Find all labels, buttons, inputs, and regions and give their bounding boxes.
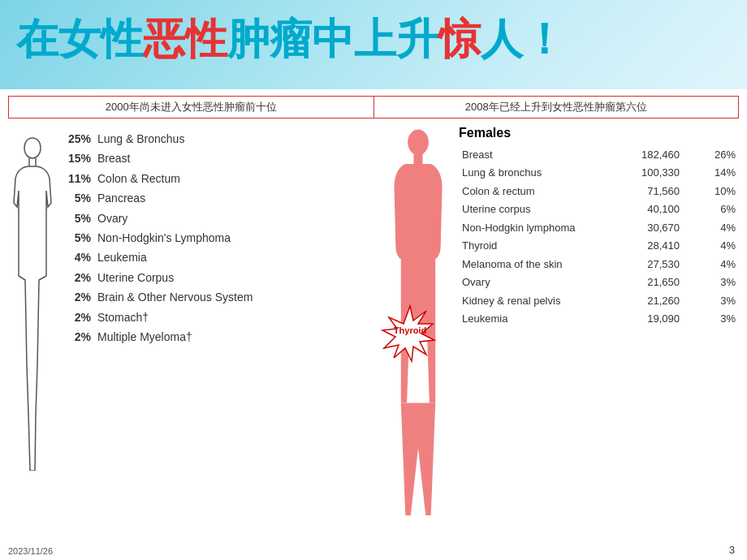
cancer-number: 19,090 [613, 310, 683, 329]
cancer-name: Melanoma of the skin [459, 255, 613, 274]
cancer-number: 71,560 [613, 182, 683, 200]
cancer-number: 27,530 [613, 255, 683, 274]
stat-label: Breast [97, 149, 130, 167]
stat-label: Pancreas [97, 189, 145, 207]
cancer-number: 40,100 [613, 200, 683, 219]
cancer-number: 28,410 [613, 237, 683, 256]
table-row: Lung & bronchus 100,330 14% [459, 164, 739, 183]
table-row: Melanoma of the skin 27,530 4% [459, 255, 739, 274]
cancer-pct: 3% [683, 291, 739, 310]
subheader-right: 2008年已经上升到女性恶性肿瘤第六位 [374, 96, 740, 118]
cancer-pct: 10% [683, 182, 739, 200]
body-outline-svg [11, 130, 55, 471]
title-area: 在女性恶性肿瘤中上升惊人！ [16, 16, 565, 62]
cancer-name: Kidney & renal pelvis [459, 291, 613, 310]
cancer-pct: 4% [683, 255, 739, 274]
table-row: Breast 182,460 26% [459, 145, 739, 164]
cancer-pct: 3% [683, 310, 739, 329]
stat-pct: 11% [61, 170, 97, 187]
cancer-pct: 6% [683, 200, 739, 219]
stat-pct: 2% [61, 269, 97, 286]
right-table-area: Females Breast 182,460 26% Lung & bronch… [451, 126, 739, 544]
list-item: 5% Pancreas [61, 189, 382, 207]
cancer-number: 182,460 [613, 145, 683, 164]
stat-pct: 2% [61, 308, 97, 326]
cancer-number: 100,330 [613, 164, 683, 183]
cancer-pct: 14% [683, 164, 739, 183]
list-item: 2% Stomach† [61, 308, 382, 326]
list-item: 2% Multiple Myeloma† [61, 328, 382, 346]
table-row: Thyroid 28,410 4% [459, 237, 739, 256]
cancer-name: Uterine corpus [459, 200, 613, 219]
starburst-container: Thyroid [369, 304, 451, 381]
stat-label: Stomach† [97, 308, 149, 326]
starburst-label: Thyroid [394, 325, 426, 335]
stat-pct: 5% [61, 229, 97, 247]
list-item: 25% Lung & Bronchus [61, 130, 382, 148]
cancer-number: 21,650 [613, 274, 683, 292]
table-row: Leukemia 19,090 3% [459, 310, 739, 329]
left-stats-list: 25% Lung & Bronchus 15% Breast 11% Colon… [57, 130, 382, 347]
table-row: Uterine corpus 40,100 6% [459, 200, 739, 219]
list-item: 4% Leukemia [61, 248, 382, 266]
cancer-table: Breast 182,460 26% Lung & bronchus 100,3… [459, 145, 739, 328]
list-item: 11% Colon & Rectum [61, 170, 382, 187]
cancer-pct: 4% [683, 237, 739, 256]
cancer-name: Thyroid [459, 237, 613, 256]
cancer-number: 21,260 [613, 291, 683, 310]
stat-label: Uterine Corpus [97, 269, 174, 286]
footer-date: 2023/11/26 [8, 546, 53, 556]
cancer-name: Breast [459, 145, 613, 164]
right-body-silhouette: Thyroid [386, 126, 451, 544]
right-panel: Thyroid Females Breast 182,460 26% Lung … [382, 126, 739, 544]
stat-pct: 2% [61, 328, 97, 346]
cancer-pct: 26% [683, 145, 739, 164]
page-number: 3 [729, 544, 735, 556]
stat-pct: 25% [61, 130, 97, 148]
list-item: 5% Ovary [61, 209, 382, 227]
stat-pct: 2% [61, 288, 97, 306]
cancer-pct: 4% [683, 218, 739, 237]
stat-label: Brain & Other Nervous System [97, 288, 253, 306]
subheader-row: 2000年尚未进入女性恶性肿瘤前十位 2008年已经上升到女性恶性肿瘤第六位 [8, 96, 739, 118]
stat-label: Leukemia [97, 248, 147, 266]
cancer-name: Leukemia [459, 310, 613, 329]
cancer-name: Ovary [459, 274, 613, 292]
stat-pct: 4% [61, 248, 97, 266]
list-item: 2% Brain & Other Nervous System [61, 288, 382, 306]
table-row: Non-Hodgkin lymphoma 30,670 4% [459, 218, 739, 237]
stat-pct: 15% [61, 149, 97, 167]
stat-label: Lung & Bronchus [97, 130, 184, 148]
stat-label: Ovary [97, 209, 127, 227]
stat-label: Non-Hodgkin's Lymphoma [97, 229, 231, 247]
subheader-left: 2000年尚未进入女性恶性肿瘤前十位 [8, 96, 374, 118]
stat-pct: 5% [61, 209, 97, 227]
females-title: Females [459, 126, 739, 140]
svg-point-0 [408, 130, 429, 155]
list-item: 15% Breast [61, 149, 382, 167]
svg-rect-1 [413, 153, 422, 164]
title-highlight-evil: 恶性 [143, 15, 227, 62]
page-title: 在女性恶性肿瘤中上升惊人！ [16, 16, 565, 62]
cancer-pct: 3% [683, 274, 739, 292]
table-row: Kidney & renal pelvis 21,260 3% [459, 291, 739, 310]
list-item: 5% Non-Hodgkin's Lymphoma [61, 229, 382, 247]
starburst-svg: Thyroid [369, 304, 451, 377]
title-highlight-shock: 惊 [438, 15, 481, 62]
table-row: Colon & rectum 71,560 10% [459, 182, 739, 200]
stat-pct: 5% [61, 189, 97, 207]
cancer-name: Lung & bronchus [459, 164, 613, 183]
left-panel: 25% Lung & Bronchus 15% Breast 11% Colon… [8, 126, 382, 544]
cancer-name: Colon & rectum [459, 182, 613, 200]
stat-label: Colon & Rectum [97, 170, 180, 187]
left-body-silhouette [8, 130, 57, 471]
list-item: 2% Uterine Corpus [61, 269, 382, 286]
cancer-number: 30,670 [613, 218, 683, 237]
table-row: Ovary 21,650 3% [459, 274, 739, 292]
main-content: 25% Lung & Bronchus 15% Breast 11% Colon… [8, 126, 739, 544]
stat-label: Multiple Myeloma† [97, 328, 192, 346]
cancer-name: Non-Hodgkin lymphoma [459, 218, 613, 237]
